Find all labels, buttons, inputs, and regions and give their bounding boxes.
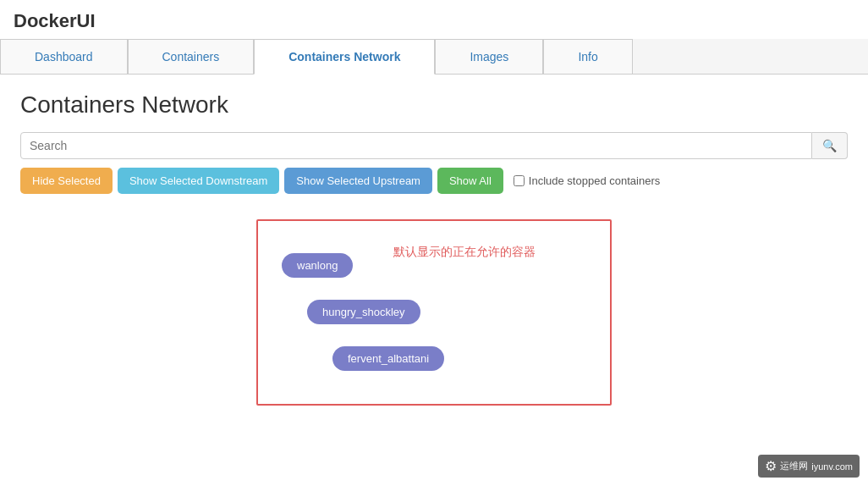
tab-images[interactable]: Images xyxy=(435,39,543,74)
button-row: Hide Selected Show Selected Downstream S… xyxy=(20,168,848,194)
network-canvas: 默认显示的正在允许的容器 wanlong hungry_shockley fer… xyxy=(256,219,612,406)
include-stopped-label[interactable]: Include stopped containers xyxy=(514,174,660,187)
hide-selected-button[interactable]: Hide Selected xyxy=(20,168,113,194)
node-row-3: fervent_albattani xyxy=(326,340,593,378)
show-downstream-button[interactable]: Show Selected Downstream xyxy=(118,168,279,194)
container-node-wanlong[interactable]: wanlong xyxy=(282,253,353,278)
search-button[interactable]: 🔍 xyxy=(812,132,848,159)
app-title: DockerUI xyxy=(0,0,868,39)
search-icon: 🔍 xyxy=(822,139,837,152)
include-stopped-checkbox[interactable] xyxy=(514,175,525,186)
include-stopped-text: Include stopped containers xyxy=(529,174,660,187)
main-content: Containers Network 🔍 Hide Selected Show … xyxy=(0,75,868,448)
network-placeholder-text: 默认显示的正在允许的容器 xyxy=(393,245,536,260)
tab-containers-network[interactable]: Containers Network xyxy=(254,39,435,75)
tab-info[interactable]: Info xyxy=(543,39,632,74)
nav-tabs: Dashboard Containers Containers Network … xyxy=(0,39,868,75)
show-upstream-button[interactable]: Show Selected Upstream xyxy=(284,168,432,194)
container-node-fervent-albattani[interactable]: fervent_albattani xyxy=(332,346,444,371)
node-row-2: hungry_shockley xyxy=(300,293,593,331)
container-node-hungry-shockley[interactable]: hungry_shockley xyxy=(307,300,420,324)
show-all-button[interactable]: Show All xyxy=(437,168,503,194)
tab-dashboard[interactable]: Dashboard xyxy=(0,39,128,74)
search-row: 🔍 xyxy=(20,132,848,159)
search-input[interactable] xyxy=(20,132,812,159)
tab-containers[interactable]: Containers xyxy=(128,39,255,74)
page-title: Containers Network xyxy=(20,91,848,119)
